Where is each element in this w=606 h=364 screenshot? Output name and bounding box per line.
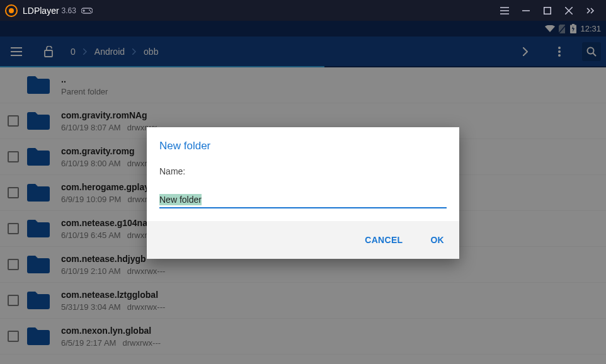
window-close-button[interactable] — [558, 0, 580, 21]
svg-rect-9 — [544, 7, 551, 14]
app-version: 3.63 — [62, 6, 76, 15]
svg-point-3 — [89, 9, 90, 11]
window-titlebar: LDPlayer 3.63 — [0, 0, 606, 21]
folder-name-input[interactable]: New folder — [159, 194, 447, 208]
app-logo-icon — [5, 4, 18, 17]
window-minimize-button[interactable] — [515, 0, 537, 21]
svg-point-4 — [90, 11, 91, 12]
window-menu-button[interactable] — [494, 0, 515, 21]
cancel-button[interactable]: CANCEL — [360, 229, 408, 251]
name-label: Name: — [159, 166, 447, 176]
input-value-selected: New folder — [159, 194, 202, 205]
window-expand-sidebar-button[interactable] — [580, 0, 601, 21]
app-name: LDPlayer — [23, 6, 59, 16]
dialog-title: New folder — [147, 127, 459, 160]
ok-button[interactable]: OK — [425, 229, 449, 251]
new-folder-dialog: New folder Name: New folder CANCEL OK — [147, 127, 459, 259]
window-maximize-button[interactable] — [537, 0, 558, 21]
gamepad-icon — [81, 7, 93, 14]
